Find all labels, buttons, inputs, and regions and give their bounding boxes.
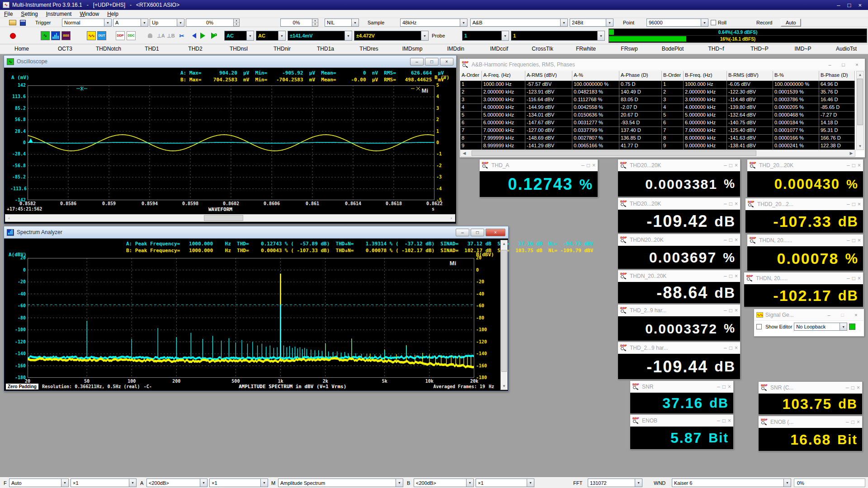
roll-checkbox[interactable]: Roll: [711, 19, 726, 27]
scope-h-scrollbar[interactable]: ‹ ›: [5, 214, 455, 222]
tab-frswp[interactable]: FRswp: [608, 44, 651, 54]
meter-titlebar[interactable]: DDP THDD_20...2... – □ ×: [745, 198, 863, 210]
device-test-plan-icon[interactable]: DUT: [97, 31, 106, 40]
menu-item-instrument[interactable]: Instrument: [42, 11, 76, 17]
meter-titlebar[interactable]: DDP THD20...20K – □ ×: [618, 198, 740, 210]
maximize-icon[interactable]: □: [722, 384, 726, 390]
maximize-icon[interactable]: □: [851, 419, 854, 425]
app-maximize-icon[interactable]: □: [848, 2, 851, 9]
maximize-icon[interactable]: □: [729, 201, 732, 207]
close-icon[interactable]: ×: [735, 237, 738, 243]
minimize-icon[interactable]: –: [846, 419, 849, 425]
axis-a-x1-select[interactable]: ×1▼: [209, 479, 268, 487]
minimize-icon[interactable]: –: [724, 273, 727, 279]
open-file-icon[interactable]: [9, 19, 16, 27]
maximize-icon[interactable]: □: [722, 418, 726, 424]
minimize-icon[interactable]: –: [824, 62, 835, 67]
play-loop-icon[interactable]: [211, 31, 220, 40]
probe-a-select[interactable]: 1▼: [462, 31, 509, 41]
tab-oct3[interactable]: OCT3: [43, 44, 87, 54]
play-icon[interactable]: [200, 31, 209, 40]
column-header[interactable]: B-RMS (dBV): [727, 71, 773, 81]
maximize-icon[interactable]: □: [471, 229, 484, 236]
oscilloscope-icon[interactable]: ∿: [41, 31, 50, 40]
trigger-mode-select[interactable]: Normal▼: [62, 19, 112, 27]
oscilloscope-titlebar[interactable]: ∿ Oscilloscope – □ ×: [4, 56, 456, 68]
save-icon[interactable]: [20, 19, 26, 27]
tab-thdnir[interactable]: THDnir: [260, 44, 304, 54]
minimize-icon[interactable]: –: [724, 307, 727, 314]
maximize-icon[interactable]: □: [838, 62, 849, 67]
meter-titlebar[interactable]: DDP THD_20...20K – □ ×: [747, 160, 863, 171]
close-icon[interactable]: ×: [735, 162, 738, 169]
window-function-select[interactable]: Kaiser 6▼: [672, 479, 791, 487]
minimize-icon[interactable]: –: [823, 312, 835, 318]
fps-x1-select[interactable]: ×1▼: [71, 479, 137, 487]
probe-calibration-icon[interactable]: ✂: [177, 31, 186, 40]
menu-item-setting[interactable]: Setting: [17, 11, 42, 17]
meter-titlebar[interactable]: DDP THD_2...9 har... – □ ×: [618, 342, 740, 354]
close-icon[interactable]: ×: [440, 58, 453, 66]
ddp-viewer-icon[interactable]: DDP: [116, 31, 125, 40]
maximize-icon[interactable]: □: [852, 275, 855, 282]
spectrum-analyzer-icon[interactable]: [51, 31, 60, 40]
harmonics-h-scrollbar[interactable]: ◀ ▶: [460, 150, 855, 157]
minimize-icon[interactable]: –: [724, 162, 727, 169]
loopback-select[interactable]: No Loopback▼: [794, 323, 847, 331]
tab-imd~p[interactable]: IMD~P: [781, 44, 825, 54]
harmonics-titlebar[interactable]: DDP A&B-Harmonic Frequencies, RMS, Phase…: [460, 59, 865, 70]
spectrum-mode-select[interactable]: Amplitude Spectrum▼: [278, 479, 403, 487]
ddc-icon[interactable]: DDC: [127, 31, 136, 40]
chevron-down-icon[interactable]: ▼: [104, 19, 111, 26]
channel-mode-select[interactable]: A&B▼: [470, 19, 568, 27]
nil-select[interactable]: NIL▼: [325, 19, 359, 27]
scope-plot[interactable]: Mi: [28, 85, 434, 200]
tab-thd2[interactable]: THD2: [174, 44, 217, 54]
tab-imddin[interactable]: IMDdin: [434, 44, 477, 54]
meter-titlebar[interactable]: DDP ENOB (... – □ ×: [759, 416, 862, 428]
close-icon[interactable]: ×: [858, 201, 861, 207]
menu-item-help[interactable]: Help: [103, 11, 123, 17]
meter-titlebar[interactable]: DDP ENOB – □ ×: [630, 415, 733, 427]
tab-thd~p[interactable]: THD~P: [738, 44, 781, 54]
tab-crosstlk[interactable]: CrossTlk: [521, 44, 564, 54]
minimize-icon[interactable]: –: [724, 237, 727, 243]
axis-a-range-select[interactable]: <200dB>▼: [146, 479, 208, 487]
maximize-icon[interactable]: □: [729, 307, 732, 314]
table-row[interactable]: 55.000000 kHz-134.01 dBV0.0150636 %20.67…: [460, 112, 855, 119]
column-header[interactable]: A-Freq. (Hz): [482, 71, 525, 81]
table-row[interactable]: 87.999999 kHz-148.69 dBV0.0027807 %136.8…: [460, 135, 855, 142]
app-close-icon[interactable]: ×: [858, 2, 862, 9]
meter-titlebar[interactable]: DDP SNR (C... – □ ×: [759, 382, 862, 394]
meter-titlebar[interactable]: DDP THDN_20..20K – □ ×: [618, 270, 740, 282]
range-a-select[interactable]: ±141.4mV▼: [288, 31, 352, 41]
column-header[interactable]: B-%: [773, 71, 819, 81]
table-row[interactable]: 33.000000 kHz-116.64 dBV0.1112768 %83.05…: [460, 96, 855, 104]
close-icon[interactable]: ×: [728, 418, 731, 424]
table-row[interactable]: 11000.000 Hz-57.57 dBV100.0000000 %0.75 …: [460, 81, 855, 89]
close-icon[interactable]: ×: [735, 307, 738, 314]
signal-generator-icon[interactable]: ∿∿: [87, 31, 96, 40]
meter-titlebar[interactable]: DDP THD_2..9 har... – □ ×: [618, 305, 740, 316]
minimize-icon[interactable]: –: [410, 58, 424, 66]
axis-b-range-select[interactable]: <200dB>▼: [414, 479, 474, 487]
coupling-a-select[interactable]: AC▼: [224, 31, 254, 41]
tab-bodeplot[interactable]: BodePlot: [651, 44, 694, 54]
table-row[interactable]: 77.000000 kHz-127.00 dBV0.0337799 %137.4…: [460, 127, 855, 135]
app-minimize-icon[interactable]: –: [837, 2, 840, 9]
tab-thdnotch[interactable]: THDNotch: [87, 44, 130, 54]
close-icon[interactable]: ×: [858, 162, 861, 169]
fft-size-select[interactable]: 131072▼: [588, 479, 642, 487]
maximize-icon[interactable]: □: [729, 273, 732, 279]
table-row[interactable]: 66.000000 kHz-147.67 dBV0.0031277 %-93.5…: [460, 119, 855, 127]
minimize-icon[interactable]: –: [846, 385, 849, 391]
maximize-icon[interactable]: □: [851, 385, 854, 391]
sample-rate-select[interactable]: 48kHz▼: [400, 19, 467, 27]
close-icon[interactable]: ×: [857, 419, 860, 425]
minimize-icon[interactable]: –: [847, 237, 850, 244]
tab-imdccif[interactable]: IMDccif: [477, 44, 521, 54]
bit-depth-select[interactable]: 24Bit▼: [570, 19, 613, 27]
close-icon[interactable]: ×: [735, 345, 738, 351]
record-label[interactable]: Record: [756, 19, 772, 27]
column-header[interactable]: B-Freq. (Hz): [684, 71, 727, 81]
